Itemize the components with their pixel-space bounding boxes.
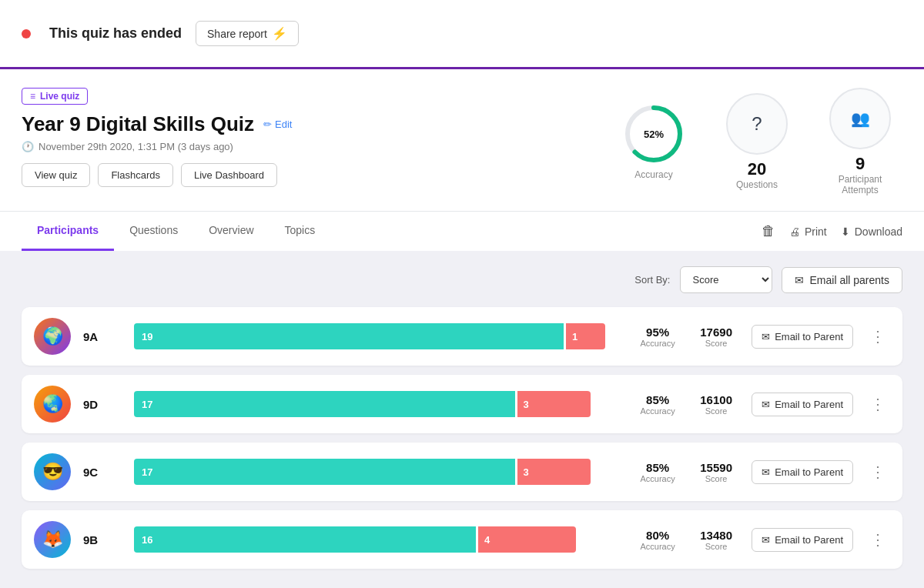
accuracy-stat-row: 85% Accuracy (634, 461, 681, 483)
score-sublabel: Score (705, 406, 728, 416)
quiz-ended-dot (22, 29, 31, 38)
participant-name: 9A (83, 330, 122, 343)
sort-select[interactable]: Score Name Accuracy (680, 266, 772, 293)
score-stat-row: 17690 Score (693, 326, 739, 348)
more-options-button[interactable]: ⋮ (865, 459, 890, 484)
email-all-icon: ✉ (795, 274, 804, 286)
table-row: 😎 9C 17 3 85% Accuracy 15590 Score ✉ Ema… (22, 443, 902, 501)
score-stat-row: 13480 Score (693, 529, 739, 551)
correct-bar: 16 (134, 526, 476, 553)
tab-topics[interactable]: Topics (270, 212, 331, 251)
download-button[interactable]: ⬇ Download (841, 226, 902, 238)
tab-participants[interactable]: Participants (22, 212, 114, 251)
score-bar: 19 1 (134, 323, 622, 349)
tab-questions[interactable]: Questions (114, 212, 193, 251)
print-icon: 🖨 (789, 226, 800, 238)
score-value: 13480 (700, 529, 732, 542)
email-icon: ✉ (762, 466, 770, 478)
attempts-value: 9 (855, 154, 865, 174)
tab-actions: 🗑 🖨 Print ⬇ Download (762, 223, 902, 239)
accuracy-pct: 85% (646, 393, 669, 406)
email-to-parent-button[interactable]: ✉ Email to Parent (752, 528, 853, 552)
edit-link[interactable]: ✏ Edit (263, 119, 292, 130)
view-quiz-button[interactable]: View quiz (22, 163, 90, 187)
email-icon: ✉ (762, 331, 770, 342)
clock-icon: 🕐 (22, 141, 34, 152)
questions-label: Questions (736, 179, 778, 190)
score-value: 16100 (700, 393, 732, 406)
incorrect-bar: 3 (517, 391, 591, 417)
score-bar: 17 3 (134, 391, 622, 417)
incorrect-bar: 1 (566, 323, 605, 349)
quiz-title-text: Year 9 Digital Skills Quiz (22, 112, 254, 136)
trash-icon[interactable]: 🗑 (762, 223, 775, 239)
flashcards-button[interactable]: Flashcards (98, 163, 173, 187)
accuracy-sublabel: Accuracy (641, 474, 675, 483)
questions-stat: ? 20 Questions (715, 93, 799, 190)
print-button[interactable]: 🖨 Print (789, 226, 827, 238)
top-bar: This quiz has ended Share report ⚡ (0, 0, 924, 69)
more-options-button[interactable]: ⋮ (865, 392, 890, 416)
live-quiz-badge: ≡ Live quiz (22, 88, 88, 105)
score-bar: 16 4 (134, 526, 622, 553)
email-to-parent-button[interactable]: ✉ Email to Parent (752, 325, 853, 349)
table-row: 🌍 9A 19 1 95% Accuracy 17690 Score ✉ Ema… (22, 307, 902, 366)
quiz-date: 🕐 November 29th 2020, 1:31 PM (3 days ag… (22, 141, 611, 152)
attempts-icon: 👥 (851, 109, 870, 128)
table-row: 🦊 9B 16 4 80% Accuracy 13480 Score ✉ Ema… (22, 510, 902, 569)
email-all-parents-button[interactable]: ✉ Email all parents (782, 267, 903, 293)
accuracy-stat-row: 85% Accuracy (634, 393, 681, 416)
email-parent-label: Email to Parent (775, 399, 843, 410)
email-icon: ✉ (762, 534, 770, 546)
more-options-button[interactable]: ⋮ (865, 527, 890, 552)
accuracy-stat-row: 95% Accuracy (634, 326, 681, 348)
accuracy-pct: 80% (646, 529, 669, 542)
quiz-date-text: November 29th 2020, 1:31 PM (3 days ago) (38, 141, 233, 152)
accuracy-stat-row: 80% Accuracy (634, 529, 681, 551)
sort-label: Sort By: (634, 274, 670, 286)
sort-bar: Sort By: Score Name Accuracy ✉ Email all… (22, 266, 902, 293)
score-sublabel: Score (705, 474, 728, 483)
quiz-stats: 52% Accuracy ? 20 Questions 👥 9 Particip… (611, 88, 902, 195)
correct-bar: 17 (134, 391, 515, 417)
badge-label: Live quiz (40, 91, 79, 102)
accuracy-pct: 95% (646, 326, 669, 339)
correct-bar: 17 (134, 459, 515, 485)
content-area: Sort By: Score Name Accuracy ✉ Email all… (0, 251, 924, 588)
share-report-button[interactable]: Share report ⚡ (196, 21, 299, 46)
questions-circle: ? (726, 93, 788, 155)
avatar: 🌏 (34, 386, 71, 423)
email-all-label: Email all parents (810, 274, 890, 286)
edit-icon: ✏ (263, 119, 272, 130)
attempts-label: Participant Attempts (825, 174, 895, 195)
more-options-button[interactable]: ⋮ (865, 324, 890, 349)
score-value: 17690 (700, 326, 732, 339)
accuracy-pct: 85% (646, 461, 669, 474)
accuracy-sublabel: Accuracy (641, 339, 675, 348)
score-stat-row: 16100 Score (693, 393, 739, 416)
quiz-info-section: ≡ Live quiz Year 9 Digital Skills Quiz ✏… (0, 69, 924, 211)
score-sublabel: Score (705, 542, 728, 551)
accuracy-stat: 52% Accuracy (611, 103, 696, 180)
tabs: Participants Questions Overview Topics (22, 212, 330, 251)
quiz-title: Year 9 Digital Skills Quiz ✏ Edit (22, 112, 611, 136)
participant-name: 9D (83, 398, 122, 411)
accuracy-sublabel: Accuracy (641, 406, 675, 416)
live-dashboard-button[interactable]: Live Dashboard (181, 163, 277, 187)
email-to-parent-button[interactable]: ✉ Email to Parent (752, 393, 853, 416)
avatar: 🌍 (34, 318, 71, 355)
quiz-info-left: ≡ Live quiz Year 9 Digital Skills Quiz ✏… (22, 88, 611, 187)
avatar: 🦊 (34, 521, 71, 558)
correct-bar: 19 (134, 323, 564, 349)
accuracy-circle: 52% (623, 103, 685, 165)
email-to-parent-button[interactable]: ✉ Email to Parent (752, 460, 853, 484)
score-bar: 17 3 (134, 459, 622, 485)
share-report-label: Share report (207, 28, 267, 40)
score-value: 15590 (700, 461, 732, 474)
email-parent-label: Email to Parent (775, 331, 843, 342)
participant-name: 9C (83, 466, 122, 479)
tab-overview[interactable]: Overview (193, 212, 269, 251)
email-icon: ✉ (762, 399, 770, 410)
email-parent-label: Email to Parent (775, 466, 843, 478)
quiz-actions: View quiz Flashcards Live Dashboard (22, 163, 611, 187)
